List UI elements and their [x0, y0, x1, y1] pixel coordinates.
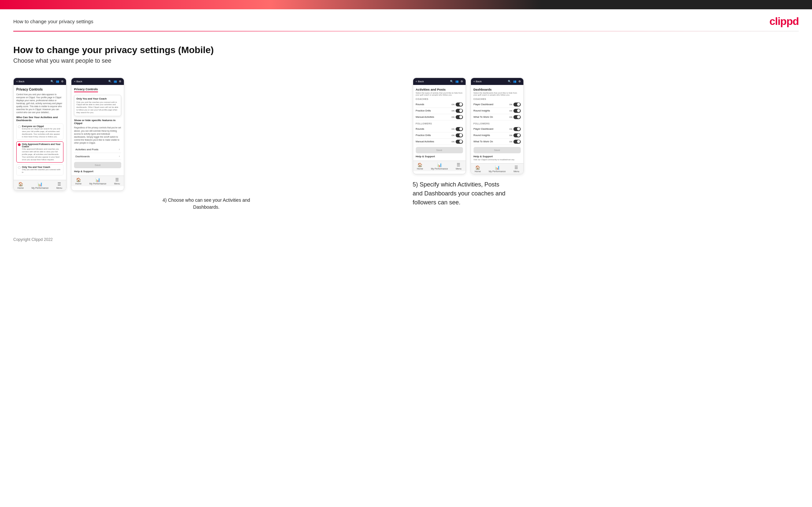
screen4-nav: < Back 🔍 👥 ⚙: [471, 78, 523, 85]
on-label-2: ON: [452, 110, 455, 112]
settings-icon[interactable]: ⚙: [61, 80, 63, 83]
footer-menu-2[interactable]: ☰ Menu: [114, 177, 120, 185]
save-btn-3[interactable]: Save: [416, 147, 463, 153]
screen4-desc: Select the dashboards that you'd like to…: [473, 92, 521, 96]
toggle-right-11: ON: [509, 133, 521, 137]
toggle-playerdash-coaches: Player Dashboard ON: [473, 102, 521, 108]
followers-label-3: FOLLOWERS: [416, 122, 463, 125]
screen1-back[interactable]: < Back: [16, 80, 24, 83]
toggle-right-9: ON: [509, 115, 521, 119]
toggle-switch-10[interactable]: [513, 127, 521, 131]
people-icon-4[interactable]: 👥: [513, 80, 516, 83]
screen-2: < Back 🔍 👥 ⚙ Privacy Controls Only You a…: [71, 78, 124, 191]
chart-icon-2: 📊: [95, 177, 100, 182]
toggle-switch-7[interactable]: [513, 103, 521, 107]
option-coach-desc: Only you and the coaches you connect wit…: [22, 169, 62, 174]
caption-5-text: 5) Specify which Activities, Posts and D…: [413, 181, 505, 206]
home-icon-4: 🏠: [475, 165, 480, 170]
people-icon-2[interactable]: 👥: [114, 80, 117, 83]
screen1-nav: < Back 🔍 👥 ⚙: [14, 78, 66, 85]
footer-home-3[interactable]: 🏠 Home: [417, 163, 423, 170]
people-icon[interactable]: 👥: [56, 80, 59, 83]
show-hide-heading: Show or hide specific features in Clippd: [74, 119, 121, 125]
toggle-rounds-followers: Rounds ON: [416, 126, 463, 132]
menu-icon-3: ☰: [457, 163, 460, 167]
option-coach-label: Only You and Your Coach: [22, 166, 62, 168]
screen3-back[interactable]: < Back: [416, 80, 424, 83]
screen2-back[interactable]: < Back: [74, 80, 82, 83]
rounds-coaches-label: Rounds: [416, 103, 424, 106]
footer-perf-4[interactable]: 📊 My Performance: [489, 165, 505, 173]
option-followers[interactable]: Only Approved Followers and Your Coach O…: [16, 142, 63, 163]
toggle-switch-8[interactable]: [513, 109, 521, 113]
toggle-switch-4[interactable]: [456, 127, 463, 131]
menu-dashboards[interactable]: Dashboards ›: [74, 153, 121, 160]
tooltip-box: Only You and Your Coach Only you and the…: [74, 95, 121, 116]
footer-perf-4-label: My Performance: [489, 170, 505, 173]
footer-home-2[interactable]: 🏠 Home: [75, 177, 82, 185]
toggle-whatwork-coaches: What To Work On ON: [473, 114, 521, 120]
footer-menu-2-label: Menu: [114, 182, 120, 185]
screen4-back[interactable]: < Back: [473, 80, 482, 83]
option-coach-only[interactable]: Only You and Your Coach Only you and the…: [16, 164, 63, 175]
option-everyone[interactable]: Everyone on Clippd Everyone on Clippd ca…: [16, 123, 63, 140]
toggle-switch-1[interactable]: [456, 103, 463, 107]
on-label-9: ON: [509, 116, 512, 118]
radio-everyone[interactable]: [18, 125, 20, 128]
save-btn-4[interactable]: Save: [473, 147, 521, 153]
footer-perf-1[interactable]: 📊 My Performance: [32, 182, 49, 189]
tooltip-desc: Only you and the coaches you connect wit…: [77, 101, 119, 114]
toggle-switch-6[interactable]: [456, 140, 463, 144]
toggle-switch-9[interactable]: [513, 115, 521, 119]
toggle-switch-5[interactable]: [456, 133, 463, 137]
footer: Copyright Clippd 2022: [0, 231, 812, 248]
toggle-switch-3[interactable]: [456, 115, 463, 119]
footer-perf-3[interactable]: 📊 My Performance: [431, 163, 448, 170]
home-icon-3: 🏠: [417, 163, 422, 167]
screen1-desc: Control how you and your data appears to…: [16, 93, 63, 114]
radio-coach-only[interactable]: [18, 166, 20, 169]
chart-icon-4: 📊: [495, 165, 500, 170]
search-icon-3[interactable]: 🔍: [450, 80, 453, 83]
settings-icon-3[interactable]: ⚙: [461, 80, 463, 83]
followers-label-4: FOLLOWERS: [473, 122, 521, 125]
toggle-roundinsights-coaches: Round Insights ON: [473, 108, 521, 114]
search-icon[interactable]: 🔍: [50, 80, 54, 83]
footer-home-1[interactable]: 🏠 Home: [17, 182, 24, 189]
coaches-label-4: COACHES: [473, 98, 521, 100]
toggle-right-1: ON: [452, 103, 463, 107]
toggle-switch-2[interactable]: [456, 109, 463, 113]
chevron-dashboards: ›: [119, 155, 120, 158]
save-btn-2[interactable]: Save: [74, 162, 121, 168]
screen-3: < Back 🔍 👥 ⚙ Activities and Posts Select…: [413, 78, 466, 174]
footer-menu-1[interactable]: ☰ Menu: [56, 182, 62, 189]
screen4-footer: 🏠 Home 📊 My Performance ☰ Menu: [471, 163, 523, 174]
footer-perf-3-label: My Performance: [431, 168, 448, 170]
settings-icon-2[interactable]: ⚙: [119, 80, 121, 83]
radio-followers[interactable]: [18, 143, 20, 146]
footer-menu-3[interactable]: ☰ Menu: [456, 163, 462, 170]
toggle-right-2: ON: [452, 109, 463, 113]
footer-home-4[interactable]: 🏠 Home: [474, 165, 481, 173]
footer-menu-label: Menu: [56, 187, 62, 189]
playerdash-followers-label: Player Dashboard: [473, 127, 494, 130]
search-icon-2[interactable]: 🔍: [108, 80, 112, 83]
people-icon-3[interactable]: 👥: [455, 80, 459, 83]
screen1-body: Privacy Controls Control how you and you…: [14, 85, 66, 180]
toggle-switch-11[interactable]: [513, 133, 521, 137]
footer-home-2-label: Home: [75, 182, 82, 185]
caption-5-line2: and Dashboards your coaches and: [413, 190, 505, 197]
privacy-tab[interactable]: Privacy Controls: [74, 88, 98, 92]
on-label-12: ON: [509, 141, 512, 143]
settings-icon-4[interactable]: ⚙: [518, 80, 521, 83]
toggle-switch-12[interactable]: [513, 140, 521, 144]
footer-menu-4[interactable]: ☰ Menu: [513, 165, 519, 173]
search-icon-4[interactable]: 🔍: [508, 80, 511, 83]
show-hide-text: Regardless of the privacy controls that …: [74, 126, 121, 144]
option-followers-label: Only Approved Followers and Your Coach: [22, 143, 62, 148]
menu-activities[interactable]: Activities and Posts ›: [74, 146, 121, 153]
on-label-6: ON: [452, 141, 455, 143]
footer-perf-2[interactable]: 📊 My Performance: [89, 177, 106, 185]
right-group: < Back 🔍 👥 ⚙ Activities and Posts Select…: [413, 78, 799, 211]
help-label-3: Help & Support: [416, 155, 463, 158]
